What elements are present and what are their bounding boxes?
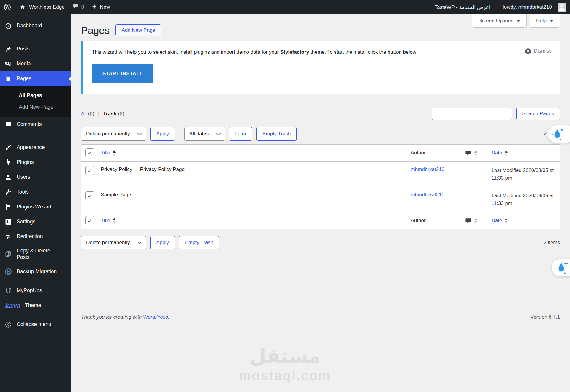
title-column-header: Title (101, 218, 110, 223)
new-label: New (100, 4, 110, 10)
howdy-label: Howdy, mhmdbrkat210 (500, 4, 552, 10)
sidebar-subitem-all-pages[interactable]: All Pages (0, 90, 71, 101)
dismiss-label: Dismiss (534, 48, 552, 54)
sidebar-item-settings[interactable]: Settings (0, 214, 71, 229)
empty-trash-button[interactable]: Empty Trash (179, 236, 219, 249)
screen-options-button[interactable]: Screen Options (472, 14, 527, 28)
sidebar-item-posts[interactable]: Posts (0, 42, 71, 56)
backup-migration-icon (4, 268, 12, 276)
date-filter-select[interactable]: All dates (184, 127, 225, 141)
add-new-page-button[interactable]: Add New Page (115, 24, 161, 36)
sidebar-menu: Dashboard Posts Media Pages All Pages Ad… (0, 14, 71, 392)
admin-bar-new[interactable]: New (88, 0, 114, 14)
admin-bar-comments[interactable]: 0 (69, 0, 88, 14)
sidebar-item-comments[interactable]: Comments (0, 117, 71, 132)
svg-text:W: W (5, 5, 10, 10)
water-drop-icon (555, 261, 569, 274)
search-input[interactable] (432, 108, 512, 120)
select-all-checkbox[interactable]: ✓ (86, 216, 94, 225)
tastewp-drop-widget[interactable] (552, 259, 570, 276)
dismiss-notice-button[interactable]: Dismiss (525, 48, 552, 55)
sidebar-item-kava-theme[interactable]: kava Theme (0, 298, 71, 313)
media-icon (4, 60, 12, 68)
site-name-link[interactable]: Worthless Edge (15, 0, 69, 14)
row-checkbox[interactable]: ✓ (86, 166, 94, 175)
flag-icon (4, 203, 12, 211)
sidebar-item-plugins[interactable]: Plugins (0, 155, 71, 170)
sidebar-subitem-add-new-page[interactable]: Add New Page (0, 101, 71, 113)
sidebar-item-media[interactable]: Media (0, 56, 71, 71)
notice-text: This wizard will help you to select skin… (92, 49, 551, 56)
sort-title-link[interactable]: Title (101, 150, 116, 156)
sort-arrows-icon (474, 218, 477, 224)
tablenav-top: Delete permanently Apply All dates Filte… (81, 127, 560, 141)
sidebar-item-pages[interactable]: Pages (0, 71, 71, 86)
list-controls-row: All (0) | Trash (2) Search Pages (81, 108, 560, 120)
select-all-checkbox[interactable]: ✓ (86, 148, 94, 157)
chevron-down-icon (216, 131, 221, 135)
sidebar-item-label: Users (17, 174, 30, 181)
sidebar-item-label: Posts (17, 46, 30, 52)
bulk-action-select[interactable]: Delete permanently (81, 236, 146, 249)
tastewp-link[interactable]: TasteWP - اعرض المقدمة (435, 4, 490, 10)
sidebar-item-tools[interactable]: Tools (0, 185, 71, 200)
theme-name: Stylefactory (280, 49, 309, 55)
sidebar-item-label: Backup Migration (17, 268, 57, 275)
sidebar-item-appearance[interactable]: Appearance (0, 140, 71, 155)
author-link[interactable]: mhmdbrkat210 (411, 192, 444, 197)
table-row: ✓ Sample Page mhmdbrkat210 — Last Modifi… (81, 187, 560, 212)
chevron-down-icon (517, 20, 520, 22)
empty-trash-button[interactable]: Empty Trash (256, 127, 297, 141)
howdy-account[interactable]: Howdy, mhmdbrkat210 (500, 0, 566, 14)
filter-trash-current[interactable]: Trash (103, 111, 116, 116)
tastewp-drop-widget[interactable] (547, 125, 570, 143)
table-footer-row: ✓ Title Author Date (81, 212, 560, 229)
sort-date-link[interactable]: Date (492, 150, 508, 156)
apply-button[interactable]: Apply (150, 127, 175, 141)
author-column-header: Author (411, 150, 426, 156)
author-link[interactable]: mhmdbrkat210 (411, 167, 444, 172)
help-button[interactable]: Help (530, 14, 560, 28)
author-column-header: Author (411, 218, 426, 223)
tablenav-bottom: Delete permanently Apply Empty Trash 2 i… (81, 236, 560, 249)
watermark-arabic: مستقل (196, 345, 374, 367)
pushpin-icon (4, 45, 12, 53)
plugin-icon (4, 159, 12, 166)
bulk-action-select[interactable]: Delete permanently (81, 127, 146, 141)
date-column-header: Date (492, 150, 502, 156)
sidebar-item-label: Dashboard (17, 23, 42, 29)
tools-icon (4, 188, 12, 196)
comments-column-icon (465, 150, 472, 157)
sidebar-item-plugins-wizard[interactable]: Plugins Wizard (0, 200, 71, 214)
row-title: Sample Page (98, 187, 408, 212)
sidebar-item-redirection[interactable]: Redirection (0, 229, 71, 244)
collapse-menu-button[interactable]: Collapse menu (0, 317, 71, 332)
close-circle-icon (525, 48, 531, 55)
sort-date-link[interactable]: Date (492, 218, 508, 223)
sort-comments-link[interactable] (465, 218, 477, 223)
start-install-button[interactable]: START INSTALL (92, 64, 153, 83)
sort-comments-link[interactable] (465, 150, 477, 156)
sidebar-item-label: Comments (17, 121, 42, 128)
wordpress-link[interactable]: WordPress (143, 314, 168, 320)
main-content: Screen Options Help Pages Add New Page T… (71, 14, 570, 392)
sidebar-item-copy-delete-posts[interactable]: Copy & Delete Posts (0, 244, 71, 264)
search-pages-button[interactable]: Search Pages (516, 108, 560, 120)
sort-title-link[interactable]: Title (101, 218, 116, 223)
sidebar-item-users[interactable]: Users (0, 170, 71, 185)
sidebar-item-mypopups[interactable]: MyPopUps (0, 283, 71, 298)
sidebar-item-label: Copy & Delete Posts (17, 248, 64, 261)
filter-all-link[interactable]: All (81, 111, 87, 116)
items-count-bottom: 2 items (544, 240, 560, 246)
wordpress-logo-icon[interactable]: W (0, 0, 15, 14)
sidebar-item-dashboard[interactable]: Dashboard (0, 18, 71, 33)
collapse-icon (4, 321, 12, 328)
pages-icon (4, 75, 12, 83)
row-checkbox[interactable]: ✓ (86, 191, 94, 200)
status-filter-links: All (0) | Trash (2) (81, 111, 124, 117)
apply-button[interactable]: Apply (150, 236, 175, 249)
filter-button[interactable]: Filter (229, 127, 252, 141)
table-row: ✓ Privacy Policy — Privacy Policy Page m… (81, 162, 560, 187)
sidebar-item-backup-migration[interactable]: Backup Migration (0, 264, 71, 279)
mypopups-icon (4, 287, 12, 295)
